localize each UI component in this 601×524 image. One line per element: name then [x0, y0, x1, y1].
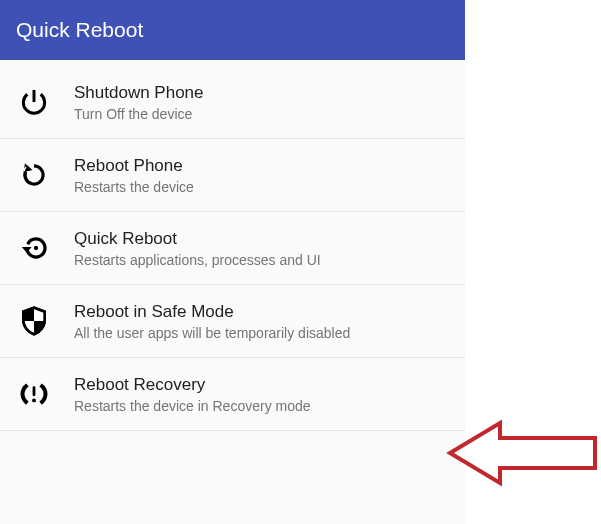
- recovery-icon: [14, 374, 54, 414]
- item-texts: Reboot Phone Restarts the device: [74, 156, 194, 195]
- item-texts: Shutdown Phone Turn Off the device: [74, 83, 204, 122]
- action-list: Shutdown Phone Turn Off the device Reboo…: [0, 60, 465, 431]
- shutdown-item[interactable]: Shutdown Phone Turn Off the device: [0, 60, 465, 139]
- item-subtitle: Restarts the device: [74, 179, 194, 195]
- item-title: Reboot in Safe Mode: [74, 302, 350, 322]
- item-subtitle: Restarts applications, processes and UI: [74, 252, 321, 268]
- item-title: Reboot Recovery: [74, 375, 311, 395]
- annotation-arrow: [445, 418, 600, 492]
- svg-point-2: [29, 182, 32, 185]
- item-title: Reboot Phone: [74, 156, 194, 176]
- item-title: Shutdown Phone: [74, 83, 204, 103]
- item-subtitle: All the user apps will be temporarily di…: [74, 325, 350, 341]
- app-title: Quick Reboot: [16, 18, 143, 41]
- quick-reboot-item[interactable]: Quick Reboot Restarts applications, proc…: [0, 212, 465, 285]
- app-header: Quick Reboot: [0, 0, 465, 60]
- svg-point-3: [34, 246, 38, 250]
- reboot-item[interactable]: Reboot Phone Restarts the device: [0, 139, 465, 212]
- refresh-icon: [14, 155, 54, 195]
- safe-mode-item[interactable]: Reboot in Safe Mode All the user apps wi…: [0, 285, 465, 358]
- history-icon: [14, 228, 54, 268]
- svg-point-9: [32, 398, 36, 402]
- item-title: Quick Reboot: [74, 229, 321, 249]
- recovery-item[interactable]: Reboot Recovery Restarts the device in R…: [0, 358, 465, 431]
- power-icon: [14, 82, 54, 122]
- svg-point-1: [25, 178, 28, 181]
- app-container: Quick Reboot Shutdown Phone Turn Off the…: [0, 0, 465, 524]
- item-subtitle: Restarts the device in Recovery mode: [74, 398, 311, 414]
- item-texts: Quick Reboot Restarts applications, proc…: [74, 229, 321, 268]
- svg-point-0: [23, 174, 26, 177]
- item-texts: Reboot Recovery Restarts the device in R…: [74, 375, 311, 414]
- shield-icon: [14, 301, 54, 341]
- item-subtitle: Turn Off the device: [74, 106, 204, 122]
- item-texts: Reboot in Safe Mode All the user apps wi…: [74, 302, 350, 341]
- svg-rect-8: [33, 386, 36, 396]
